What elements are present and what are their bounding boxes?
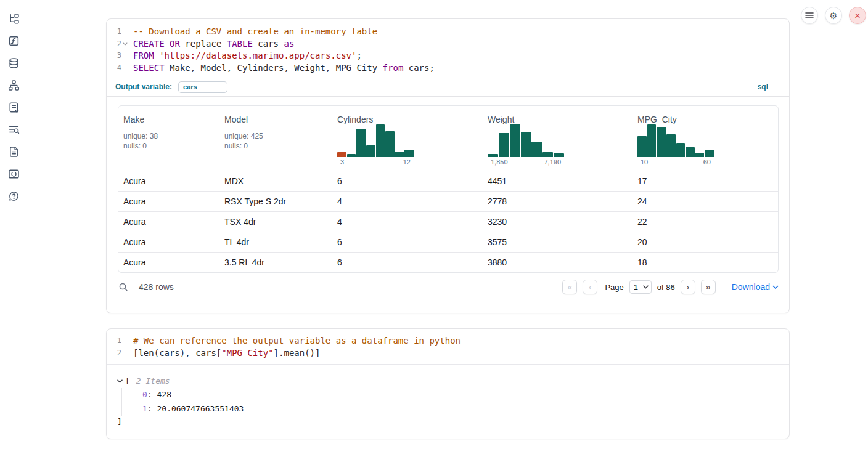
histogram-bar xyxy=(376,124,385,157)
fold-spacer xyxy=(121,50,129,62)
column-stat: unique: 38 xyxy=(123,131,215,141)
table-row[interactable]: Acura3.5 RL 4dr6388018 xyxy=(118,253,778,272)
sql-code-editor[interactable]: 1-- Download a CSV and create an in-memo… xyxy=(107,19,789,78)
column-histogram: 1060 xyxy=(637,124,714,166)
list-search-button[interactable] xyxy=(7,124,20,137)
row-count: 428 rows xyxy=(139,282,174,292)
language-badge[interactable]: sql xyxy=(758,83,768,91)
axis-min-label: 3 xyxy=(340,158,344,166)
column-stats: unique: 38nulls: 0 xyxy=(123,131,215,151)
output-variable-label: Output variable: xyxy=(115,83,172,91)
histogram-bar xyxy=(499,133,509,157)
fold-spacer xyxy=(121,26,129,38)
database-button[interactable] xyxy=(7,58,20,70)
open-bracket: [ xyxy=(125,374,130,388)
pagination: « ‹ Page 1 of 86 › » Download xyxy=(562,280,779,294)
chevron-down-icon xyxy=(123,42,128,46)
histogram-bar xyxy=(531,142,542,157)
histogram-bar xyxy=(395,152,404,157)
first-page-button[interactable]: « xyxy=(562,280,577,294)
code-content: -- Download a CSV and create an in-memor… xyxy=(129,26,789,38)
page-select[interactable]: 1 xyxy=(629,280,652,294)
code-token xyxy=(154,51,159,60)
fold-spacer xyxy=(121,62,129,75)
code-content: CREATE OR replace TABLE cars as xyxy=(129,38,789,51)
last-page-button[interactable]: » xyxy=(701,280,716,294)
column-header-model[interactable]: Modelunique: 425nulls: 0 xyxy=(219,106,332,171)
column-label: Cylinders xyxy=(337,115,478,124)
snippets-button[interactable] xyxy=(7,169,20,181)
scroll-button[interactable] xyxy=(7,102,20,115)
histogram-bar xyxy=(510,124,520,157)
table-cell: 6 xyxy=(332,171,483,191)
column-label: MPG_City xyxy=(637,115,773,124)
histogram-bar xyxy=(366,145,375,157)
next-page-button[interactable]: › xyxy=(681,280,695,294)
histogram-axis: 1,8507,190 xyxy=(488,157,564,166)
previous-page-button[interactable]: ‹ xyxy=(583,280,597,294)
table-row[interactable]: AcuraMDX6445117 xyxy=(118,171,778,192)
table-cell: 4 xyxy=(332,212,483,232)
download-label: Download xyxy=(732,282,770,292)
table-cell: 2778 xyxy=(483,192,633,211)
table-row[interactable]: AcuraRSX Type S 2dr4277824 xyxy=(118,192,778,212)
table-row[interactable]: AcuraTL 4dr6357520 xyxy=(118,232,778,253)
histogram-bar xyxy=(686,147,695,157)
output-variable-input[interactable] xyxy=(178,81,227,93)
column-histogram: 312 xyxy=(337,124,414,166)
table-cell: Acura xyxy=(118,253,219,272)
code-token: [len(cars), cars[ xyxy=(133,348,221,358)
settings-button[interactable]: ⚙ xyxy=(825,7,842,24)
histogram-bar xyxy=(637,136,647,157)
fold-toggle[interactable] xyxy=(121,38,129,51)
tree-item: 1: 20.060747663551403 xyxy=(142,402,789,416)
search-button[interactable] xyxy=(118,281,129,293)
table-cell: 20 xyxy=(633,232,778,252)
table-cell: 6 xyxy=(332,232,483,252)
database-icon xyxy=(8,57,20,71)
search-icon xyxy=(118,282,128,292)
table-row[interactable]: AcuraTSX 4dr4323022 xyxy=(118,212,778,232)
histogram-bar xyxy=(404,150,414,157)
code-content: FROM 'https://datasets.marimo.app/cars.c… xyxy=(129,50,789,62)
menu-button[interactable] xyxy=(801,7,818,24)
axis-max-label: 12 xyxy=(403,158,411,166)
column-header-make[interactable]: Makeunique: 38nulls: 0 xyxy=(118,106,219,171)
table-cell: Acura xyxy=(118,192,219,211)
code-token: FROM xyxy=(133,51,154,60)
histogram-bar xyxy=(676,143,686,157)
line-number: 1 xyxy=(107,335,121,347)
page-label: Page xyxy=(605,283,623,292)
column-header-cylinders[interactable]: Cylinders312 xyxy=(332,106,483,171)
table-cell: RSX Type S 2dr xyxy=(219,192,332,211)
code-token: OR xyxy=(170,39,180,49)
column-header-mpg_city[interactable]: MPG_City1060 xyxy=(633,106,778,171)
fold-spacer xyxy=(121,347,129,360)
table-body: AcuraMDX6445117AcuraRSX Type S 2dr427782… xyxy=(118,171,778,272)
histogram-bar xyxy=(337,152,346,157)
column-label: Weight xyxy=(488,115,628,124)
axis-min-label: 1,850 xyxy=(491,158,508,166)
file-tree-button[interactable] xyxy=(7,14,20,26)
code-token: from xyxy=(383,63,404,73)
code-line: 1-- Download a CSV and create an in-memo… xyxy=(107,26,789,38)
dependency-graph-button[interactable] xyxy=(7,80,20,92)
chevron-down-icon xyxy=(772,285,779,289)
sidebar xyxy=(0,0,27,449)
help-button[interactable] xyxy=(7,191,20,203)
python-code-editor[interactable]: 1# We can reference the output variable … xyxy=(107,329,789,365)
download-button[interactable]: Download xyxy=(732,282,779,292)
table-footer: 428 rows « ‹ Page 1 of 86 › » Download xyxy=(107,273,789,301)
line-number: 3 xyxy=(107,50,121,62)
snippets-icon xyxy=(8,168,20,182)
histogram-bars xyxy=(637,124,714,157)
column-header-weight[interactable]: Weight1,8507,190 xyxy=(483,106,633,171)
document-button[interactable] xyxy=(7,147,20,159)
function-button[interactable] xyxy=(7,36,20,48)
collapse-toggle[interactable] xyxy=(117,379,125,383)
histogram-bar xyxy=(647,124,657,157)
code-content: SELECT Make, Model, Cylinders, Weight, M… xyxy=(129,62,789,75)
shutdown-button[interactable]: × xyxy=(849,7,866,24)
histogram-bar xyxy=(657,127,666,157)
page-total-label: of 86 xyxy=(657,283,675,292)
